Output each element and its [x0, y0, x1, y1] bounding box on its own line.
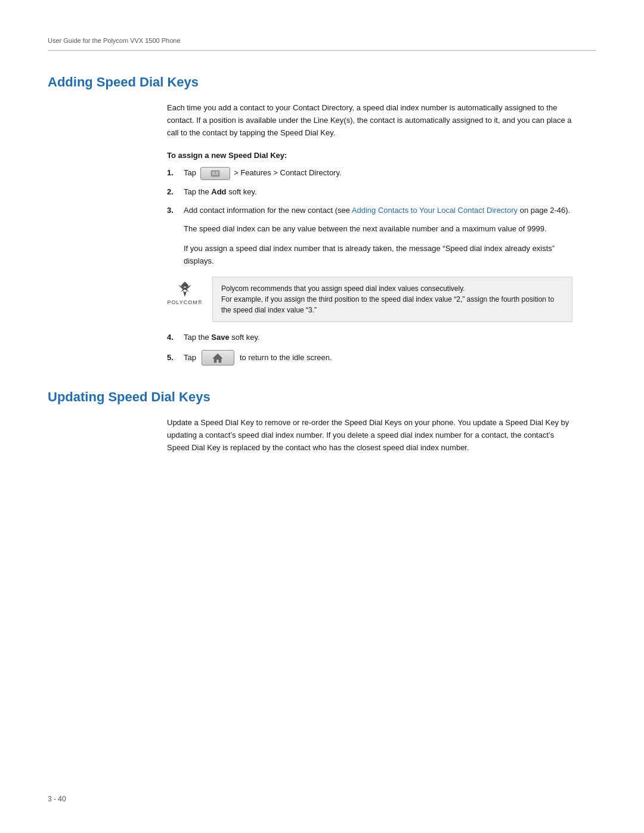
svg-rect-2 — [216, 172, 218, 174]
header-text: User Guide for the Polycom VVX 1500 Phon… — [48, 37, 181, 44]
section1-title: Adding Speed Dial Keys — [48, 75, 596, 90]
svg-rect-3 — [212, 174, 218, 175]
step-5-suffix: to return to the idle screen. — [240, 352, 332, 364]
step-4-content: Tap the Save soft key. — [184, 332, 572, 344]
step-1: 1. Tap > Features > Contact Directory. — [167, 167, 572, 180]
section1-subheading: To assign a new Speed Dial Key: — [167, 151, 572, 160]
note-line2: For example, if you assign the third pos… — [221, 294, 564, 315]
para1: The speed dial index can be any value be… — [184, 223, 572, 236]
section2-content: Update a Speed Dial Key to remove or re-… — [167, 417, 572, 454]
para2: If you assign a speed dial index number … — [184, 243, 572, 268]
note-box: POLYCOM® Polycom recommends that you ass… — [167, 277, 572, 322]
step-3-suffix: on page 2-46). — [518, 206, 570, 215]
step-3: 3. Add contact information for the new c… — [167, 205, 572, 217]
step-5-prefix: Tap — [184, 352, 196, 364]
section1-content: Each time you add a contact to your Cont… — [167, 102, 572, 366]
page-number: 3 - 40 — [48, 795, 66, 803]
adding-contacts-link[interactable]: Adding Contacts to Your Local Contact Di… — [352, 206, 518, 215]
polycom-icon — [173, 279, 197, 298]
step-1-prefix: Tap — [184, 169, 199, 178]
add-label: Add — [211, 187, 226, 196]
step-1-content: Tap > Features > Contact Directory. — [184, 167, 572, 180]
step-4: 4. Tap the Save soft key. — [167, 332, 572, 344]
step-2: 2. Tap the Add soft key. — [167, 186, 572, 199]
save-label: Save — [211, 333, 229, 342]
step-3-prefix: Add contact information for the new cont… — [184, 206, 352, 215]
features-button[interactable] — [200, 167, 230, 180]
home-button[interactable] — [202, 350, 234, 366]
svg-marker-4 — [213, 354, 222, 363]
header-bar: User Guide for the Polycom VVX 1500 Phon… — [48, 36, 596, 51]
step-5-num: 5. — [167, 352, 179, 364]
polycom-label: POLYCOM® — [168, 299, 203, 305]
section1-intro: Each time you add a contact to your Cont… — [167, 102, 572, 139]
step-2-num: 2. — [167, 186, 179, 199]
section2-title: Updating Speed Dial Keys — [48, 389, 596, 405]
step-5: 5. Tap to return to the idle screen. — [167, 350, 572, 366]
features-icon — [210, 170, 220, 177]
svg-rect-1 — [212, 172, 215, 174]
svg-rect-0 — [211, 171, 219, 176]
home-icon — [212, 352, 224, 363]
step-3-content: Add contact information for the new cont… — [184, 205, 572, 217]
section-updating-speed-dial: Updating Speed Dial Keys Update a Speed … — [48, 389, 596, 454]
polycom-logo: POLYCOM® — [167, 277, 203, 305]
step-4-num: 4. — [167, 332, 179, 344]
step-2-content: Tap the Add soft key. — [184, 186, 572, 199]
note-content: Polycom recommends that you assign speed… — [212, 277, 572, 322]
step-1-suffix: > Features > Contact Directory. — [234, 169, 341, 178]
note-line1: Polycom recommends that you assign speed… — [221, 283, 564, 294]
section-adding-speed-dial: Adding Speed Dial Keys Each time you add… — [48, 75, 596, 366]
footer: 3 - 40 — [48, 795, 66, 803]
step-5-content: Tap to return to the idle screen. — [184, 350, 572, 366]
step-1-num: 1. — [167, 167, 179, 179]
page: User Guide for the Polycom VVX 1500 Phon… — [0, 0, 644, 833]
step-3-num: 3. — [167, 205, 179, 217]
section2-body: Update a Speed Dial Key to remove or re-… — [167, 417, 572, 454]
